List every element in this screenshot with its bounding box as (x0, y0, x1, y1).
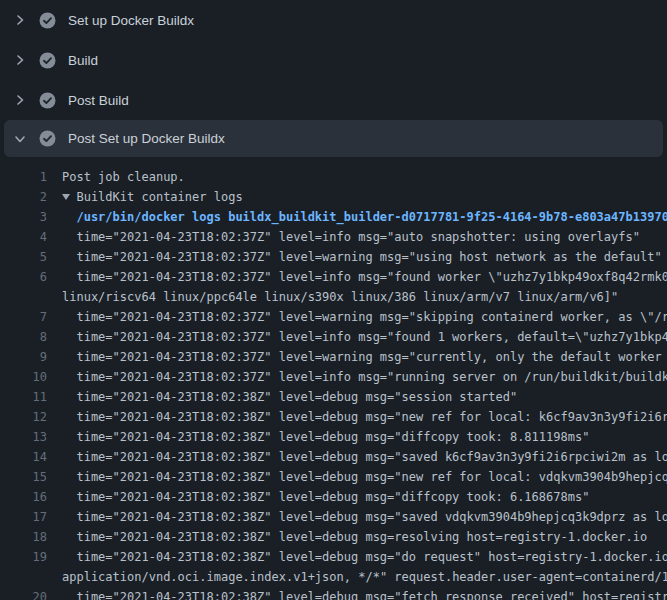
log-line-text: BuildKit container logs (47, 187, 243, 207)
log-line-text: time="2021-04-23T18:02:37Z" level=info m… (47, 327, 667, 347)
log-line: 1 Post job cleanup. (0, 167, 667, 187)
log-line: 14 time="2021-04-23T18:02:38Z" level=deb… (0, 447, 667, 467)
group-collapse-arrow-icon[interactable] (62, 187, 76, 207)
chevron-down-icon (12, 131, 28, 147)
line-number[interactable]: 4 (0, 227, 47, 247)
log-line: 6 time="2021-04-23T18:02:37Z" level=info… (0, 267, 667, 287)
log-line-text: time="2021-04-23T18:02:38Z" level=debug … (47, 547, 667, 567)
log-line-text: time="2021-04-23T18:02:37Z" level=info m… (47, 367, 667, 387)
log-viewer: 1 Post job cleanup. 2 BuildKit container… (0, 157, 667, 600)
log-line: 3 /usr/bin/docker logs buildx_buildkit_b… (0, 207, 667, 227)
log-line: 20 time="2021-04-23T18:02:38Z" level=deb… (0, 587, 667, 600)
check-circle-icon (39, 12, 56, 29)
log-line: application/vnd.oci.image.index.v1+json,… (0, 567, 667, 587)
log-line-text: Post job cleanup. (47, 167, 185, 187)
log-line: 11 time="2021-04-23T18:02:38Z" level=deb… (0, 387, 667, 407)
line-number[interactable]: 3 (0, 207, 47, 227)
log-line: 5 time="2021-04-23T18:02:37Z" level=warn… (0, 247, 667, 267)
log-line: 12 time="2021-04-23T18:02:38Z" level=deb… (0, 407, 667, 427)
log-line-text: time="2021-04-23T18:02:38Z" level=debug … (47, 487, 589, 507)
log-line-text: time="2021-04-23T18:02:38Z" level=debug … (47, 407, 667, 427)
log-line-text: time="2021-04-23T18:02:37Z" level=warnin… (47, 307, 667, 327)
log-line: 15 time="2021-04-23T18:02:38Z" level=deb… (0, 467, 667, 487)
line-number[interactable]: 10 (0, 367, 47, 387)
line-number[interactable]: 2 (0, 187, 47, 207)
log-line: 19 time="2021-04-23T18:02:38Z" level=deb… (0, 547, 667, 567)
step-title: Post Build (68, 93, 129, 108)
log-line: 16 time="2021-04-23T18:02:38Z" level=deb… (0, 487, 667, 507)
line-number[interactable]: 7 (0, 307, 47, 327)
line-number[interactable]: 11 (0, 387, 47, 407)
line-number (0, 567, 47, 587)
line-number[interactable]: 19 (0, 547, 47, 567)
step-row-1[interactable]: Build (0, 40, 667, 80)
steps-list: Set up Docker Buildx Build (0, 0, 667, 157)
line-number[interactable]: 16 (0, 487, 47, 507)
step-row-2[interactable]: Post Build (0, 80, 667, 120)
log-line-text: time="2021-04-23T18:02:38Z" level=debug … (47, 587, 667, 600)
step-title: Post Set up Docker Buildx (68, 131, 225, 146)
log-line-text: /usr/bin/docker logs buildx_buildkit_bui… (47, 207, 667, 227)
log-line: 8 time="2021-04-23T18:02:37Z" level=info… (0, 327, 667, 347)
log-line: 18 time="2021-04-23T18:02:38Z" level=deb… (0, 527, 667, 547)
line-number[interactable]: 9 (0, 347, 47, 367)
log-line: 7 time="2021-04-23T18:02:37Z" level=warn… (0, 307, 667, 327)
log-line-text: time="2021-04-23T18:02:38Z" level=debug … (47, 447, 667, 467)
line-number[interactable]: 15 (0, 467, 47, 487)
chevron-right-icon (12, 52, 28, 68)
log-line-text: time="2021-04-23T18:02:37Z" level=info m… (47, 267, 667, 287)
log-line: 17 time="2021-04-23T18:02:38Z" level=deb… (0, 507, 667, 527)
line-number[interactable]: 8 (0, 327, 47, 347)
log-line-text: time="2021-04-23T18:02:37Z" level=info m… (47, 227, 640, 247)
log-line: 9 time="2021-04-23T18:02:37Z" level=warn… (0, 347, 667, 367)
log-line-text: application/vnd.oci.image.index.v1+json,… (47, 567, 667, 587)
line-number[interactable]: 18 (0, 527, 47, 547)
log-line: 4 time="2021-04-23T18:02:37Z" level=info… (0, 227, 667, 247)
line-number[interactable]: 1 (0, 167, 47, 187)
step-title: Set up Docker Buildx (68, 13, 194, 28)
log-line-text: time="2021-04-23T18:02:38Z" level=debug … (47, 467, 667, 487)
chevron-right-icon (12, 12, 28, 28)
step-row-3[interactable]: Post Set up Docker Buildx (4, 120, 663, 157)
log-line: linux/riscv64 linux/ppc64le linux/s390x … (0, 287, 667, 307)
log-line-text: time="2021-04-23T18:02:38Z" level=debug … (47, 527, 647, 547)
line-number (0, 287, 47, 307)
line-number[interactable]: 12 (0, 407, 47, 427)
log-line: 2 BuildKit container logs (0, 187, 667, 207)
log-line: 13 time="2021-04-23T18:02:38Z" level=deb… (0, 427, 667, 447)
log-line-text: time="2021-04-23T18:02:37Z" level=warnin… (47, 347, 667, 367)
group-label: BuildKit container logs (76, 190, 242, 204)
log-line-text: linux/riscv64 linux/ppc64le linux/s390x … (47, 287, 618, 307)
check-circle-icon (39, 52, 56, 69)
log-line-text: time="2021-04-23T18:02:38Z" level=debug … (47, 387, 517, 407)
line-number[interactable]: 17 (0, 507, 47, 527)
log-line: 10 time="2021-04-23T18:02:37Z" level=inf… (0, 367, 667, 387)
check-circle-icon (39, 130, 56, 147)
line-number[interactable]: 6 (0, 267, 47, 287)
line-number[interactable]: 5 (0, 247, 47, 267)
log-line-text: time="2021-04-23T18:02:38Z" level=debug … (47, 427, 589, 447)
check-circle-icon (39, 92, 56, 109)
chevron-right-icon (12, 92, 28, 108)
step-title: Build (68, 53, 98, 68)
line-number[interactable]: 13 (0, 427, 47, 447)
step-row-0[interactable]: Set up Docker Buildx (0, 0, 667, 40)
line-number[interactable]: 20 (0, 587, 47, 600)
log-line-text: time="2021-04-23T18:02:38Z" level=debug … (47, 507, 667, 527)
log-line-text: time="2021-04-23T18:02:37Z" level=warnin… (47, 247, 662, 267)
line-number[interactable]: 14 (0, 447, 47, 467)
